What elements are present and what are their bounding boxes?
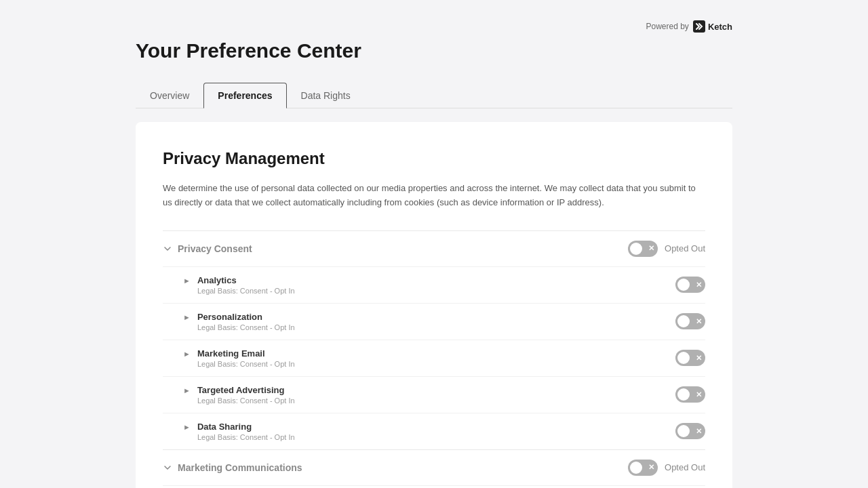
section-header-right: ✕ Opted Out bbox=[628, 460, 705, 476]
brand-name-label: Ketch bbox=[708, 22, 732, 32]
section-header-left: Marketing Communications bbox=[163, 462, 302, 473]
toggle-off-icon: ✕ bbox=[648, 463, 654, 472]
section-privacy-consent-title: Privacy Consent bbox=[178, 243, 252, 254]
targeted-advertising-subtitle: Legal Basis: Consent - Opt In bbox=[197, 396, 295, 405]
chevron-right-icon: ► bbox=[183, 313, 191, 321]
chevron-right-icon: ► bbox=[183, 277, 191, 285]
marketing-email-title: Marketing Email bbox=[197, 348, 295, 359]
data-sharing-subtitle: Legal Basis: Consent - Opt In bbox=[197, 433, 295, 441]
sub-item-info: Targeted Advertising Legal Basis: Consen… bbox=[197, 385, 295, 405]
toggle-thumb bbox=[677, 315, 690, 327]
ketch-icon bbox=[693, 20, 705, 33]
targeted-advertising-title: Targeted Advertising bbox=[197, 385, 295, 395]
list-item: ► Marketing Email Legal Basis: Consent -… bbox=[163, 340, 705, 376]
personalization-subtitle: Legal Basis: Consent - Opt In bbox=[197, 323, 295, 331]
powered-by: Powered by Ketch bbox=[646, 20, 733, 33]
toggle-thumb bbox=[677, 279, 690, 291]
marketing-email-subtitle: Legal Basis: Consent - Opt In bbox=[197, 360, 295, 368]
data-sharing-toggle[interactable]: ✕ bbox=[675, 423, 705, 439]
section-privacy-consent: Privacy Consent ✕ Opted Out ► bbox=[163, 230, 705, 449]
main-card: Privacy Management We determine the use … bbox=[136, 122, 732, 488]
ketch-logo: Ketch bbox=[693, 20, 732, 33]
privacy-consent-status: Opted Out bbox=[665, 243, 705, 253]
chevron-down-icon bbox=[163, 463, 172, 472]
sub-item-info: Personalization Legal Basis: Consent - O… bbox=[197, 312, 295, 331]
analytics-title: Analytics bbox=[197, 275, 295, 285]
marketing-communications-status: Opted Out bbox=[665, 462, 705, 472]
sub-item-left: ► Analytics Legal Basis: Consent - Opt I… bbox=[183, 275, 295, 295]
card-description: We determine the use of personal data co… bbox=[163, 182, 705, 210]
chevron-down-icon bbox=[163, 244, 172, 253]
page-title: Your Preference Center bbox=[136, 39, 732, 62]
sub-item-info: Analytics Legal Basis: Consent - Opt In bbox=[197, 275, 295, 295]
personalization-title: Personalization bbox=[197, 312, 295, 322]
list-item: ► Analytics Legal Basis: Consent - Opt I… bbox=[163, 266, 705, 303]
sub-item-left: ► Marketing Email Legal Basis: Consent -… bbox=[183, 348, 295, 368]
section-privacy-consent-header[interactable]: Privacy Consent ✕ Opted Out bbox=[163, 231, 705, 266]
toggle-off-icon: ✕ bbox=[696, 317, 702, 326]
list-item: ► Personalization Legal Basis: Consent -… bbox=[163, 303, 705, 340]
card-title: Privacy Management bbox=[163, 149, 705, 168]
sub-item-info: Data Sharing Legal Basis: Consent - Opt … bbox=[197, 422, 295, 441]
targeted-advertising-toggle[interactable]: ✕ bbox=[675, 386, 705, 403]
analytics-subtitle: Legal Basis: Consent - Opt In bbox=[197, 287, 295, 295]
tab-bar: Overview Preferences Data Rights bbox=[136, 83, 732, 108]
toggle-off-icon: ✕ bbox=[696, 390, 702, 399]
list-item: ► Data Sharing Legal Basis: Consent - Op… bbox=[163, 413, 705, 449]
data-sharing-title: Data Sharing bbox=[197, 422, 295, 432]
sub-item-info: Marketing Email Legal Basis: Consent - O… bbox=[197, 348, 295, 368]
toggle-off-icon: ✕ bbox=[696, 427, 702, 436]
sub-item-left: ► Data Sharing Legal Basis: Consent - Op… bbox=[183, 422, 295, 441]
sub-item-left: ► Targeted Advertising Legal Basis: Cons… bbox=[183, 385, 295, 405]
tab-data-rights[interactable]: Data Rights bbox=[287, 83, 365, 108]
section-marketing-communications-title: Marketing Communications bbox=[178, 462, 302, 473]
tab-preferences[interactable]: Preferences bbox=[203, 83, 286, 108]
toggle-thumb bbox=[677, 425, 690, 437]
marketing-communications-toggle[interactable]: ✕ bbox=[628, 460, 658, 476]
section-marketing-communications: Marketing Communications ✕ Opted Out ► bbox=[163, 449, 705, 488]
toggle-thumb bbox=[630, 243, 642, 255]
privacy-consent-toggle[interactable]: ✕ bbox=[628, 241, 658, 257]
marketing-email-toggle[interactable]: ✕ bbox=[675, 350, 705, 366]
chevron-right-icon: ► bbox=[183, 386, 191, 394]
chevron-right-icon: ► bbox=[183, 423, 191, 431]
toggle-thumb bbox=[677, 388, 690, 401]
analytics-toggle[interactable]: ✕ bbox=[675, 277, 705, 293]
tab-overview[interactable]: Overview bbox=[136, 83, 203, 108]
powered-by-label: Powered by bbox=[646, 22, 689, 31]
sub-item-left: ► Personalization Legal Basis: Consent -… bbox=[183, 312, 295, 331]
toggle-thumb bbox=[630, 462, 642, 474]
toggle-thumb bbox=[677, 352, 690, 364]
toggle-off-icon: ✕ bbox=[648, 244, 654, 253]
section-header-left: Privacy Consent bbox=[163, 243, 252, 254]
list-item: ► Targeted Advertising Legal Basis: Cons… bbox=[163, 376, 705, 413]
chevron-right-icon: ► bbox=[183, 350, 191, 358]
section-marketing-communications-header[interactable]: Marketing Communications ✕ Opted Out bbox=[163, 450, 705, 485]
list-item: ► Daily Newsletter Legal Basis: Consent … bbox=[163, 485, 705, 488]
section-header-right: ✕ Opted Out bbox=[628, 241, 705, 257]
personalization-toggle[interactable]: ✕ bbox=[675, 313, 705, 329]
toggle-off-icon: ✕ bbox=[696, 281, 702, 289]
toggle-off-icon: ✕ bbox=[696, 354, 702, 363]
